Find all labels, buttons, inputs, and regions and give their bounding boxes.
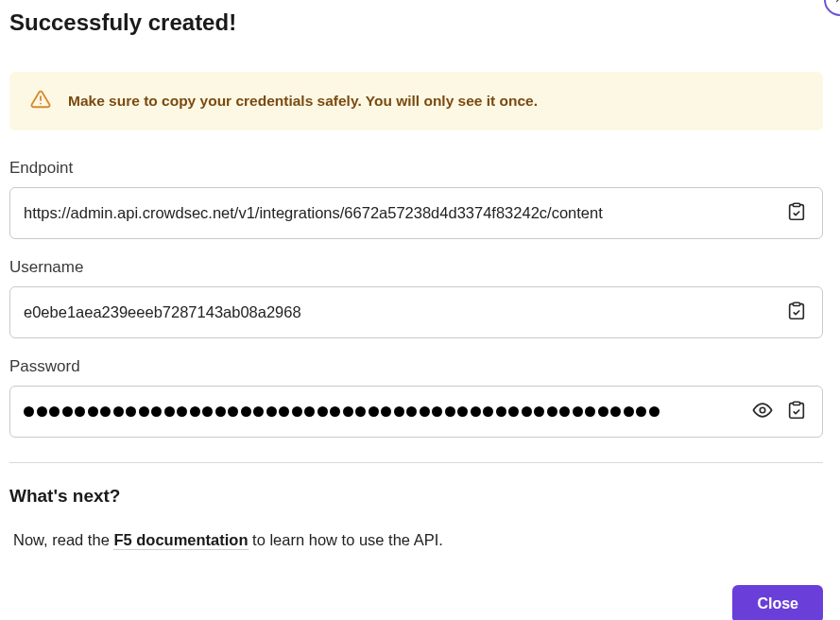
close-button[interactable]: Close <box>732 585 823 620</box>
svg-rect-7 <box>793 402 799 405</box>
documentation-link[interactable]: F5 documentation <box>113 531 248 550</box>
password-label: Password <box>9 357 823 376</box>
close-x-button[interactable] <box>824 0 840 16</box>
svg-rect-4 <box>793 203 799 206</box>
username-label: Username <box>9 258 823 277</box>
svg-rect-5 <box>793 302 799 305</box>
endpoint-field-group: Endpoint https://admin.api.crowdsec.net/… <box>9 159 823 239</box>
endpoint-value[interactable]: https://admin.api.crowdsec.net/v1/integr… <box>24 204 775 222</box>
credentials-modal: Successfuly created! Make sure to copy y… <box>0 0 840 620</box>
username-box: e0ebe1aea239eeeb7287143ab08a2968 <box>9 286 823 338</box>
endpoint-box: https://admin.api.crowdsec.net/v1/integr… <box>9 187 823 239</box>
modal-footer: Close <box>9 585 823 620</box>
clipboard-check-icon <box>786 400 807 423</box>
modal-title: Successfuly created! <box>9 9 823 36</box>
copy-password-button[interactable] <box>784 398 809 425</box>
endpoint-label: Endpoint <box>9 159 823 178</box>
password-field-group: Password <box>9 357 823 438</box>
close-icon <box>833 0 840 9</box>
eye-icon <box>752 400 773 423</box>
whats-next-prefix: Now, read the <box>13 531 113 548</box>
warning-text: Make sure to copy your credentials safel… <box>68 93 538 110</box>
section-divider <box>9 462 823 463</box>
copy-username-button[interactable] <box>784 299 809 326</box>
reveal-password-button[interactable] <box>750 398 775 425</box>
warning-triangle-icon <box>30 89 51 113</box>
username-field-group: Username e0ebe1aea239eeeb7287143ab08a296… <box>9 258 823 338</box>
whats-next-heading: What's next? <box>9 486 823 507</box>
whats-next-suffix: to learn how to use the API. <box>249 531 443 548</box>
svg-point-6 <box>760 407 765 413</box>
password-box <box>9 386 823 438</box>
svg-line-1 <box>837 0 841 2</box>
clipboard-check-icon <box>786 301 807 324</box>
username-value[interactable]: e0ebe1aea239eeeb7287143ab08a2968 <box>24 303 775 321</box>
clipboard-check-icon <box>786 201 807 225</box>
copy-endpoint-button[interactable] <box>784 199 809 227</box>
whats-next-text: Now, read the F5 documentation to learn … <box>13 531 823 549</box>
password-value-masked[interactable] <box>24 406 741 417</box>
warning-banner: Make sure to copy your credentials safel… <box>9 72 823 130</box>
